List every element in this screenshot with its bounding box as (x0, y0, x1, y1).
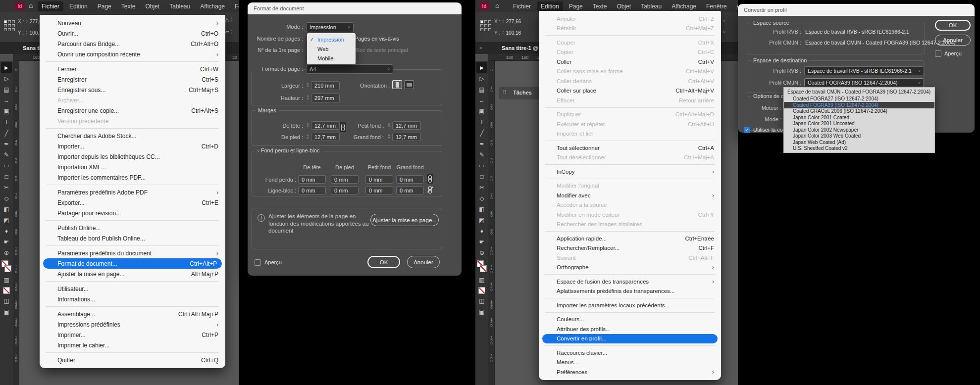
menu-item-annuler[interactable]: AnnulerCtrl+Z (539, 14, 721, 24)
menu-item-impressions-predefinies[interactable]: Impressions prédéfinies› (40, 319, 225, 330)
dest-cmyk-dropdown[interactable]: Coated FOGRA39 (ISO 12647-2:2004)˅ (804, 78, 924, 87)
menu-item-importer-les-commentaires-pdf[interactable]: Importer les commentaires PDF... (40, 172, 225, 183)
bleed-field[interactable]: 0 mm (298, 175, 326, 184)
menu-item-rechercher-remplacer[interactable]: Rechercher/Remplacer...Ctrl+F (539, 243, 721, 253)
margin-top-field[interactable]: 12,7 mm (311, 121, 340, 130)
menu-item-ouvrir[interactable]: Ouvrir...Ctrl+O (40, 28, 225, 39)
margin-inside-field[interactable]: 12,7 mm (392, 121, 421, 130)
profile-option-coated-fogra27-iso-12647-2-2004[interactable]: Coated FOGRA27 (ISO 12647-2:2004) (784, 96, 934, 102)
menubar-item-page[interactable]: Page (565, 1, 587, 11)
normal-view-control[interactable]: ◫ (476, 295, 487, 306)
menu-item-ouvrir-une-composition-recente[interactable]: Ouvrir une composition récente› (40, 49, 225, 59)
y-value[interactable]: 100,16 (506, 30, 521, 36)
cancel-button[interactable]: Annuler (407, 256, 440, 268)
pencil-tool[interactable]: ✎ (1, 149, 12, 160)
pencil-tool[interactable]: ✎ (476, 149, 487, 160)
menu-item-nouveau[interactable]: Nouveau› (40, 18, 225, 28)
menu-item-importer[interactable]: Importer...Ctrl+D (40, 141, 225, 151)
rectangle-frame-tool[interactable]: ▭ (476, 160, 487, 171)
menubar-item-fichier[interactable]: Fichier (38, 1, 63, 11)
line-tool[interactable]: ╱ (476, 128, 487, 139)
preview-checkbox[interactable] (935, 50, 941, 57)
hand-tool[interactable]: ☛ (476, 237, 487, 247)
menu-item-version-precedente[interactable]: Version précédente (40, 116, 225, 126)
menu-item-assemblage[interactable]: Assemblage...Ctrl+Alt+Maj+P (40, 309, 225, 319)
menu-item-couleurs[interactable]: Couleurs... (539, 315, 721, 325)
reference-point-grid[interactable] (4, 20, 15, 31)
slug-field[interactable]: 0 mm (365, 186, 393, 194)
menu-item-enregistrer-sous[interactable]: Enregistrer sous...Ctrl+Maj+S (40, 85, 225, 95)
menu-item-importer-depuis-les-bibliotheques-cc[interactable]: Importer depuis les bibliothèques CC... (40, 151, 225, 162)
rectangle-frame-tool[interactable]: ▭ (1, 160, 12, 171)
adjust-layout-button[interactable]: Ajuster la mise en page... (370, 214, 439, 226)
menu-item-exporter[interactable]: Exporter...Ctrl+E (40, 197, 225, 208)
menu-item-chercher-dans-adobe-stock[interactable]: Chercher dans Adobe Stock... (40, 131, 225, 141)
slug-field[interactable]: 0 mm (396, 186, 424, 194)
menu-item-tableau-de-bord-publish-online[interactable]: Tableau de bord Publish Online... (40, 233, 225, 243)
profile-option-u-s-sheetfed-coated-v2[interactable]: U.S. Sheetfed Coated v2 (784, 145, 934, 152)
rectangle-tool[interactable]: □ (1, 171, 12, 182)
normal-view-control[interactable]: ◫ (1, 295, 12, 306)
y-stepper[interactable]: ˄˅ (26, 31, 28, 35)
menu-item-enregistrer[interactable]: EnregistrerCtrl+S (40, 74, 225, 85)
gradient-feather-tool[interactable]: ◩ (476, 215, 487, 226)
menu-item-parametres-predefinis-du-document[interactable]: Paramètres prédéfinis du document› (40, 248, 225, 258)
profile-option-japan-color-2001-uncoated[interactable]: Japan Color 2001 Uncoated (784, 121, 934, 127)
indesign-app-icon[interactable]: Id (15, 2, 25, 10)
scissors-tool[interactable]: ✂ (1, 182, 12, 193)
menubar-item-texte[interactable]: Texte (117, 1, 140, 11)
screen-mode-control[interactable]: ▣ (476, 306, 487, 317)
menubar-item-objet[interactable]: Objet (141, 1, 163, 11)
gradient-feather-tool[interactable]: ◩ (1, 215, 12, 226)
menu-item-enregistrer-une-copie[interactable]: Enregistrer une copie...Ctrl+Alt+S (40, 105, 225, 116)
profile-option-japan-color-2002-newspaper[interactable]: Japan Color 2002 Newspaper (784, 127, 934, 133)
menu-item-archiver[interactable]: Archiver... (40, 95, 225, 105)
menu-item-partager-pour-revision[interactable]: Partager pour révision... (40, 208, 225, 218)
content-collector-tool[interactable]: ▣ (1, 106, 12, 117)
menu-item-imprimer-le-cahier[interactable]: Imprimer le cahier... (40, 340, 225, 350)
menu-item-importer-les-parametres-locaux-precedents[interactable]: Importer les paramètres locaux précédent… (539, 300, 721, 310)
rectangle-tool[interactable]: □ (476, 171, 487, 182)
gradient-swatch-tool[interactable]: ◧ (476, 204, 487, 215)
shear-angle-icon[interactable]: ▱˄˅ (225, 29, 232, 35)
zoom-tool[interactable]: ⊕ (476, 247, 487, 258)
menu-item-retablir[interactable]: RétablirCtrl+Maj+Z (539, 24, 721, 34)
type-tool[interactable]: T (1, 117, 12, 128)
line-tool[interactable]: ╱ (1, 128, 12, 139)
free-transform-tool[interactable]: ◇ (1, 193, 12, 204)
stroke-swatch[interactable] (4, 265, 11, 272)
document-tab[interactable]: Sans titre-1 @ (502, 45, 538, 51)
menu-item-dupliquer[interactable]: DupliquerCtrl+Alt+Maj+D (539, 110, 721, 120)
menu-item-utilisateur[interactable]: Utilisateur... (40, 284, 225, 294)
bleed-field[interactable]: 0 mm (396, 175, 424, 184)
menu-item-rechercher-des-images-similaires[interactable]: Rechercher des images similaires (539, 220, 721, 230)
menu-item-modifier-l-original[interactable]: Modifier l'original (539, 181, 721, 191)
menubar-item-tableau[interactable]: Tableau (637, 1, 666, 11)
height-field[interactable]: 297 mm (311, 94, 340, 102)
hand-tool[interactable]: ☛ (1, 237, 12, 247)
menubar-item-edition[interactable]: Edition (65, 1, 92, 11)
height-stepper[interactable]: ˄˅ (305, 95, 310, 100)
home-icon[interactable]: ⌂ (495, 1, 499, 9)
ok-button[interactable]: OK (935, 20, 971, 31)
preview-checkbox[interactable] (255, 259, 261, 266)
menu-item-modifier-avec[interactable]: Modifier avec› (539, 191, 721, 200)
menu-item-couper[interactable]: CouperCtrl+X (539, 38, 721, 48)
menu-item-acceder-a-la-source[interactable]: Accéder à la source (539, 200, 721, 210)
chevron-down-icon[interactable]: ˅ (723, 18, 725, 23)
rotation-angle-icon[interactable]: △˄˅ (225, 16, 232, 23)
chevron-down-icon[interactable]: ˅ (723, 30, 725, 35)
profile-option-coated-fogra39-iso-12647-2-2004[interactable]: ✓Coated FOGRA39 (ISO 12647-2:2004) (784, 102, 934, 108)
menubar-item-tableau[interactable]: Tableau (165, 1, 194, 11)
menu-item-tout-deselectionner[interactable]: Tout désélectionnerCtr l+Maj+A (539, 153, 721, 163)
margin-outside-field[interactable]: 12,7 mm (392, 133, 421, 141)
menubar-item-aide[interactable]: Aide (732, 1, 738, 11)
link-margins-icon[interactable] (340, 122, 346, 132)
reference-point-grid[interactable] (480, 20, 491, 31)
menubar-item-fenetre[interactable]: Fenêtre (231, 1, 239, 11)
panel-collapse-icon[interactable]: » (479, 45, 482, 50)
menubar-item-page[interactable]: Page (94, 1, 115, 11)
dest-rgb-dropdown[interactable]: Espace de travail RVB - sRGB IEC61966-2.… (804, 66, 924, 75)
menubar-item-affichage[interactable]: Affichage (196, 1, 229, 11)
page-tool[interactable]: ▤ (1, 84, 12, 95)
